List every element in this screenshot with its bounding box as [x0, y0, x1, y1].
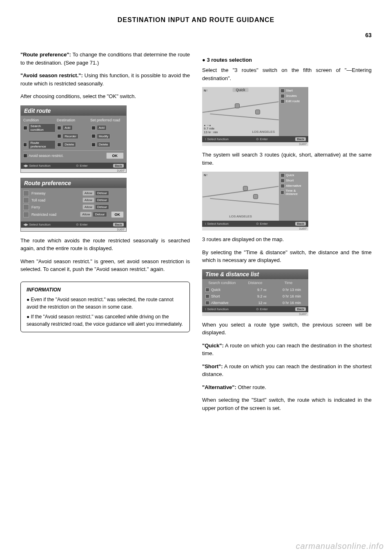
freeway-label: Freeway [31, 191, 80, 195]
time-value: 0 hr 16 min [270, 294, 305, 298]
map-image[interactable]: N↑ LOS ANGELES [202, 172, 279, 221]
checkbox-icon[interactable] [91, 143, 96, 147]
highway-shield-icon [235, 103, 240, 108]
ok-button[interactable]: OK [106, 152, 124, 159]
text-short-desc: A route on which you can reach the desti… [202, 363, 372, 378]
distance-value: 12 [258, 301, 262, 305]
color-swatch-icon [205, 288, 209, 292]
color-swatch-icon [205, 301, 209, 305]
checkbox-icon[interactable] [57, 143, 61, 147]
route-pref-button[interactable]: Route preference [28, 140, 56, 149]
checkbox-icon[interactable] [91, 134, 96, 138]
para-search-3routes: The system will search 3 routes (quick, … [202, 151, 372, 167]
back-button[interactable]: Back [113, 164, 124, 168]
back-button[interactable]: Back [295, 137, 306, 141]
modify-button[interactable]: Modify [97, 134, 111, 139]
unit-label: mi [263, 295, 266, 298]
time-value: 0 hr 16 min [270, 301, 305, 305]
para-route-pref: "Route preference": To change the condit… [20, 51, 190, 67]
footer-enter: ⊙ Enter [256, 307, 267, 311]
ferry-icon [23, 204, 29, 210]
toll-label: Toll road [31, 198, 80, 202]
alternative-button[interactable]: Alternative [286, 184, 301, 188]
para-quick-desc: "Quick": A route on which you can reach … [202, 342, 372, 358]
screenshot-route-preference: Route preference Freeway AllowDetour Tol… [20, 178, 127, 232]
distance-value: 9.2 [257, 294, 263, 298]
search-condition-button[interactable]: Search condition [29, 123, 56, 132]
color-swatch-icon [281, 99, 285, 103]
color-swatch-icon [281, 190, 284, 195]
detour-freeway-button[interactable]: Detour [95, 190, 109, 196]
table-row[interactable]: Quick 9.7 mi 0 hr 13 min [202, 286, 308, 293]
allow-ferry-button[interactable]: Allow [82, 204, 94, 210]
3routes-button[interactable]: 3routes [286, 94, 297, 98]
time-distance-button[interactable]: Time & distance [285, 189, 307, 196]
watermark-label: 1U07 [202, 227, 308, 231]
checkbox-icon[interactable] [23, 154, 27, 158]
unit-label: mi [263, 302, 266, 304]
label-avoid-season: "Avoid season restrict.": [20, 72, 83, 78]
header-condition: Condition [23, 118, 57, 122]
checkbox-icon[interactable] [23, 143, 27, 147]
city-label: LOS ANGELES [252, 130, 275, 134]
checkbox-icon[interactable] [57, 134, 61, 138]
unit-label: mi [263, 289, 266, 291]
back-button[interactable]: Back [295, 307, 306, 311]
checkbox-icon[interactable] [23, 126, 27, 130]
city-label: LOS ANGELES [229, 215, 252, 218]
checkbox-icon[interactable] [57, 126, 61, 130]
map-side-panel: Quick Short Alternative Time & distance [279, 172, 308, 221]
footer-select-fn: ↕ Select function [205, 307, 229, 311]
info-item: ● If the "Avoid season restrict." was ca… [27, 313, 184, 328]
delete-road-button[interactable]: Delete [97, 142, 110, 147]
ok-button[interactable]: OK [111, 211, 124, 218]
quick-button[interactable]: Quick [286, 174, 294, 177]
td-list-title: Time & distance list [202, 269, 308, 279]
add-road-button[interactable]: Add [97, 125, 107, 130]
allow-restricted-button[interactable]: Allow [80, 212, 92, 217]
short-button[interactable]: Short [286, 179, 294, 182]
avoid-season-button[interactable]: Avoid season restrict. [29, 154, 64, 158]
page-number: 63 [20, 32, 372, 38]
table-row[interactable]: Alternative 12 mi 0 hr 16 min [202, 300, 308, 306]
restricted-label: Restricted road [31, 213, 78, 217]
allow-toll-button[interactable]: Allow [82, 197, 94, 203]
highway-shield-icon [253, 194, 258, 199]
start-button[interactable]: Start [286, 89, 293, 92]
edit-route-button[interactable]: Edit route [286, 100, 300, 103]
back-button[interactable]: Back [113, 223, 124, 226]
footer-select-fn: ◀▶ Select function [23, 164, 51, 168]
para-reroute: The route which avoids the route restric… [20, 237, 190, 253]
highway-shield-icon [243, 186, 248, 191]
detour-restricted-button[interactable]: Detour [93, 212, 107, 217]
para-3routes-instruction: Select the "3 routes" switch on the fift… [202, 66, 372, 82]
time-value: 0 hr 13 min [270, 288, 305, 292]
header-preferred: Set preferred road [90, 118, 124, 122]
highway-shield-icon [255, 110, 260, 114]
screenshot-time-distance-list: Time & distance list Search condition Di… [202, 269, 308, 316]
section-title: DESTINATION INPUT AND ROUTE GUIDANCE [20, 16, 372, 24]
watermark-label: 1U07 [202, 142, 308, 146]
map-image[interactable]: Quick N↑ ⬧→⬧ 9.7 mile 13 hr : min LOS AN… [202, 87, 279, 136]
checkbox-icon[interactable] [91, 126, 96, 130]
detour-toll-button[interactable]: Detour [95, 197, 109, 203]
right-column: ● 3 routes selection Select the "3 route… [202, 51, 372, 417]
label-route-preference: "Route preference": [20, 51, 71, 58]
table-row[interactable]: Short 9.2 mi 0 hr 16 min [202, 293, 308, 300]
para-avoid-season: "Avoid season restrict.": Using this fun… [20, 72, 190, 87]
para-toggle-green: When "Avoid season restrict." is green, … [20, 257, 190, 273]
allow-freeway-button[interactable]: Allow [82, 190, 94, 196]
left-column: "Route preference": To change the condit… [20, 51, 190, 417]
label-short: "Short": [202, 363, 223, 369]
back-button[interactable]: Back [295, 222, 306, 226]
delete-dest-button[interactable]: Delete [62, 142, 76, 147]
reorder-button[interactable]: Reorder [62, 134, 78, 139]
label-alternative: "Alternative": [202, 384, 236, 390]
para-route-type-switch: When you select a route type switch, the… [202, 321, 372, 337]
watermark-label: 1U07 [202, 312, 308, 316]
map-top-label: Quick [232, 88, 248, 92]
ferry-label: Ferry [31, 205, 80, 209]
detour-ferry-button[interactable]: Detour [95, 204, 109, 210]
header-search-condition: Search condition [205, 281, 238, 285]
add-dest-button[interactable]: Add [62, 125, 72, 130]
